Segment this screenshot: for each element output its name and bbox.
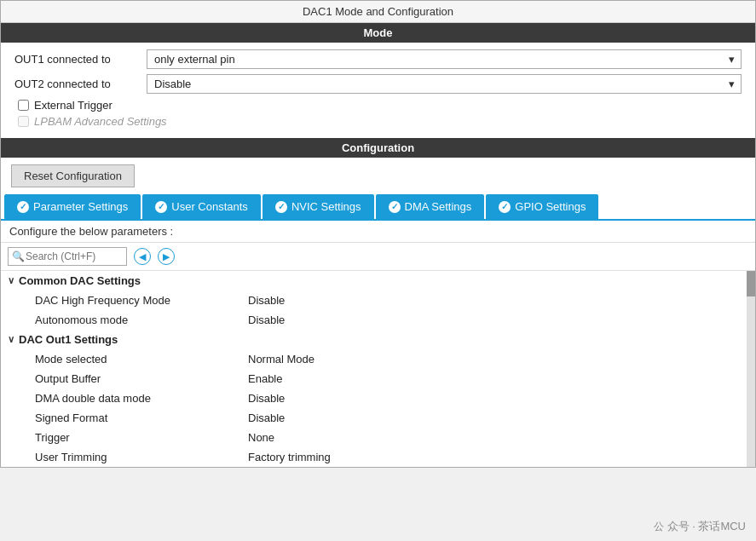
tab-check-icon-4: ✓	[499, 201, 511, 213]
item-output-buffer-value: Enable	[248, 372, 282, 385]
list-item: Trigger None	[1, 428, 755, 447]
tab-nvic-settings[interactable]: ✓ NVIC Settings	[263, 194, 374, 219]
item-output-buffer-label: Output Buffer	[35, 372, 248, 385]
tab-label-4: GPIO Settings	[515, 200, 586, 213]
list-item: Autonomous mode Disable	[1, 310, 755, 330]
tab-label-1: User Constants	[171, 200, 248, 213]
tab-check-icon-0: ✓	[17, 201, 29, 213]
list-item: User Trimming Factory trimming	[1, 447, 755, 467]
tab-label-2: NVIC Settings	[291, 200, 361, 213]
item-mode-selected-value: Normal Mode	[248, 353, 315, 365]
reset-configuration-button[interactable]: Reset Configuration	[11, 164, 135, 187]
watermark: 公 众号 · 茶话MCU	[654, 519, 746, 534]
out2-label: OUT2 connected to	[14, 78, 147, 90]
item-dac-high-freq-label: DAC High Frequency Mode	[35, 294, 248, 307]
out2-select-wrapper: Disable	[147, 74, 742, 94]
out2-select[interactable]: Disable	[147, 74, 742, 94]
tab-check-icon-2: ✓	[275, 201, 287, 213]
tab-label-0: Parameter Settings	[33, 200, 128, 213]
item-user-trimming-value: Factory trimming	[248, 451, 331, 463]
chevron-down-icon-2: ∨	[8, 334, 14, 345]
window-title: DAC1 Mode and Configuration	[1, 1, 755, 23]
tabs-bar: ✓ Parameter Settings ✓ User Constants ✓ …	[1, 194, 755, 221]
out1-row: OUT1 connected to only external pin	[14, 49, 742, 69]
group-common-dac-label: Common DAC Settings	[19, 274, 141, 287]
list-item: Output Buffer Enable	[1, 369, 755, 388]
list-item: Signed Format Disable	[1, 408, 755, 428]
right-scrollbar[interactable]	[747, 271, 755, 467]
reset-btn-area: Reset Configuration	[1, 158, 755, 194]
search-bar: 🔍 ◀ ▶	[1, 243, 755, 271]
item-user-trimming-label: User Trimming	[35, 451, 248, 463]
param-tree-area: ∨ Common DAC Settings DAC High Frequency…	[1, 271, 755, 467]
external-trigger-label: External Trigger	[34, 99, 113, 112]
item-mode-selected-label: Mode selected	[35, 353, 248, 365]
group-dac-out1[interactable]: ∨ DAC Out1 Settings	[1, 330, 755, 349]
item-dma-double-value: Disable	[248, 392, 285, 405]
out1-label: OUT1 connected to	[14, 53, 147, 66]
tab-dma-settings[interactable]: ✓ DMA Settings	[376, 194, 485, 219]
tab-parameter-settings[interactable]: ✓ Parameter Settings	[4, 194, 141, 219]
item-trigger-label: Trigger	[35, 431, 248, 444]
group-dac-out1-label: DAC Out1 Settings	[19, 333, 118, 346]
watermark-text: 众号 · 茶话MCU	[667, 519, 746, 534]
mode-section-header: Mode	[1, 23, 755, 43]
external-trigger-row: External Trigger	[14, 99, 742, 112]
item-dac-high-freq-value: Disable	[248, 294, 285, 307]
lpbam-row: LPBAM Advanced Settings	[14, 115, 742, 128]
main-container: DAC1 Mode and Configuration Mode OUT1 co…	[0, 0, 756, 468]
group-common-dac[interactable]: ∨ Common DAC Settings	[1, 271, 755, 291]
tab-label-3: DMA Settings	[405, 200, 472, 213]
prev-nav-button[interactable]: ◀	[134, 248, 151, 265]
lpbam-checkbox[interactable]	[18, 116, 29, 127]
out1-select[interactable]: only external pin	[147, 49, 742, 69]
config-section-header: Configuration	[1, 138, 755, 158]
config-header-text: Configuration	[342, 141, 414, 154]
search-icon: 🔍	[12, 250, 25, 262]
item-autonomous-mode-label: Autonomous mode	[35, 314, 248, 326]
item-trigger-value: None	[248, 431, 274, 444]
external-trigger-checkbox[interactable]	[18, 100, 29, 111]
next-nav-button[interactable]: ▶	[158, 248, 175, 265]
param-tree: ∨ Common DAC Settings DAC High Frequency…	[1, 271, 755, 467]
list-item: DAC High Frequency Mode Disable	[1, 291, 755, 310]
item-autonomous-mode-value: Disable	[248, 314, 285, 326]
out2-row: OUT2 connected to Disable	[14, 74, 742, 94]
watermark-icon: 公	[654, 520, 664, 534]
list-item: Mode selected Normal Mode	[1, 349, 755, 369]
configure-text: Configure the below parameters :	[9, 225, 173, 238]
list-item: DMA double data mode Disable	[1, 388, 755, 408]
lpbam-label: LPBAM Advanced Settings	[34, 115, 167, 128]
search-input[interactable]	[8, 247, 127, 266]
reset-btn-label: Reset Configuration	[24, 170, 122, 182]
mode-header-text: Mode	[364, 26, 393, 39]
out1-select-wrapper: only external pin	[147, 49, 742, 69]
tab-check-icon-1: ✓	[155, 201, 167, 213]
configure-label: Configure the below parameters :	[1, 221, 755, 243]
mode-section: OUT1 connected to only external pin OUT2…	[1, 43, 755, 138]
search-input-wrapper: 🔍	[8, 247, 127, 266]
scrollbar-thumb[interactable]	[747, 271, 755, 296]
tab-gpio-settings[interactable]: ✓ GPIO Settings	[486, 194, 598, 219]
item-signed-format-value: Disable	[248, 412, 285, 424]
tab-user-constants[interactable]: ✓ User Constants	[142, 194, 261, 219]
tab-check-icon-3: ✓	[389, 201, 401, 213]
window-title-text: DAC1 Mode and Configuration	[303, 5, 453, 18]
item-dma-double-label: DMA double data mode	[35, 392, 248, 405]
item-signed-format-label: Signed Format	[35, 412, 248, 424]
chevron-down-icon: ∨	[8, 275, 14, 286]
